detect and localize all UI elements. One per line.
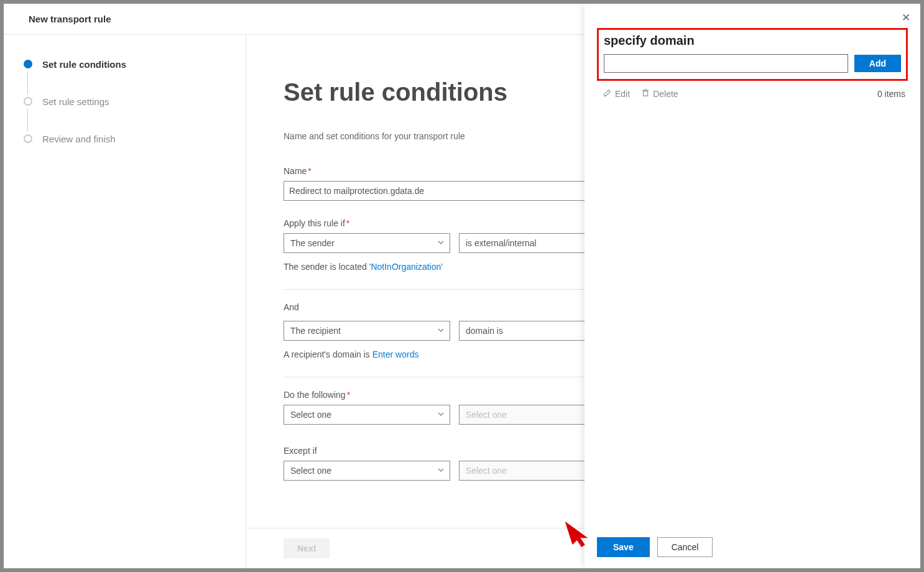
step-connector — [27, 71, 28, 95]
chevron-down-icon — [437, 238, 445, 248]
apply-condition-select-1[interactable]: The sender — [284, 233, 450, 253]
panel-toolbar: Edit Delete 0 items — [597, 86, 908, 99]
sender-location-link[interactable]: 'NotInOrganization' — [369, 262, 443, 272]
step-label: Set rule conditions — [42, 59, 126, 70]
save-button[interactable]: Save — [597, 537, 650, 557]
step-connector — [27, 108, 28, 132]
specify-domain-panel: ✕ specify domain Add Edit Delete 0 items — [584, 4, 920, 568]
domain-input[interactable] — [604, 54, 848, 73]
trash-icon — [641, 88, 650, 99]
panel-close-icon[interactable]: ✕ — [902, 11, 910, 24]
cancel-button[interactable]: Cancel — [657, 537, 713, 557]
chevron-down-icon — [437, 410, 445, 420]
step-label: Review and finish — [42, 134, 116, 144]
delete-button[interactable]: Delete — [641, 88, 678, 99]
panel-footer: Save Cancel — [584, 528, 920, 568]
chevron-down-icon — [437, 326, 445, 336]
step-dot-icon — [24, 134, 32, 143]
chevron-down-icon — [437, 466, 445, 476]
divider — [284, 377, 632, 377]
add-button[interactable]: Add — [854, 55, 901, 72]
panel-header: ✕ — [584, 4, 920, 28]
wizard-steps-sidebar: Set rule conditions Set rule settings Re… — [4, 35, 246, 568]
and-condition-select-1[interactable]: The recipient — [284, 321, 450, 341]
step-dot-icon — [24, 97, 32, 106]
edit-button[interactable]: Edit — [603, 88, 630, 99]
action-select-1[interactable]: Select one — [284, 405, 450, 425]
divider — [284, 289, 632, 290]
items-count: 0 items — [877, 89, 905, 99]
pencil-icon — [603, 88, 612, 99]
step-set-rule-settings[interactable]: Set rule settings — [22, 95, 227, 108]
step-review-and-finish[interactable]: Review and finish — [22, 132, 227, 145]
step-dot-icon — [24, 60, 32, 68]
step-label: Set rule settings — [42, 96, 109, 107]
enter-words-link[interactable]: Enter words — [372, 349, 419, 359]
rule-name-input[interactable] — [284, 181, 632, 201]
except-select-1[interactable]: Select one — [284, 461, 450, 481]
highlight-annotation: specify domain Add — [597, 28, 908, 81]
panel-title: specify domain — [604, 34, 901, 48]
svg-rect-1 — [644, 91, 648, 96]
step-set-rule-conditions[interactable]: Set rule conditions — [22, 57, 227, 71]
panel-body: specify domain Add Edit Delete 0 items — [584, 28, 920, 528]
next-button[interactable]: Next — [284, 538, 330, 558]
dialog-title: New transport rule — [29, 14, 111, 24]
